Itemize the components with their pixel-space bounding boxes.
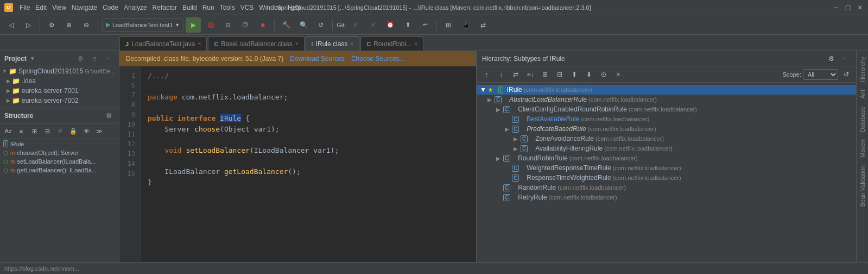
struct-expand-button[interactable]: ⊞ [28, 125, 40, 137]
hierarchy-zone-item[interactable]: ▶ C ZoneAvoidanceRule (com.netflix.loadb… [477, 134, 856, 144]
menu-file[interactable]: File [20, 4, 30, 11]
structure-settings-button[interactable]: ⚙ [103, 110, 115, 122]
hierarchy-responsetime-item[interactable]: C ResponseTimeWeightedRule (com.netflix.… [477, 173, 856, 183]
download-sources-link[interactable]: Download Sources [290, 55, 345, 63]
settings-button[interactable]: ⚙ [44, 17, 59, 33]
hierarchy-close-tree-button[interactable]: × [612, 68, 625, 81]
hierarchy-sort-button[interactable]: ≡↓ [524, 68, 537, 81]
hierarchy-navigate-down-button[interactable]: ⬇ [582, 68, 595, 81]
code-content[interactable]: /.../ package com.netflix.loadbalancer; … [141, 66, 476, 274]
struct-getloadbalancer-item[interactable]: ⬡ m getLoadBalancer(): ILoadBa... [0, 166, 119, 175]
choose-sources-link[interactable]: Choose Sources... [351, 55, 405, 63]
struct-sort-alpha-button[interactable]: Az [2, 125, 14, 137]
project-eureka7002-item[interactable]: ▶ 📁 eureka-server-7002 [0, 96, 119, 105]
forward-button[interactable]: ▷ [21, 17, 36, 33]
search-button[interactable]: 🔍 [296, 17, 311, 33]
tab-loadbalancetest[interactable]: J LoadBalanceTest.java × [119, 36, 207, 51]
project-expand-button[interactable]: ≡ [88, 53, 100, 65]
strip-bean-validation[interactable]: Bean Validation [858, 162, 867, 210]
git-commit-button[interactable]: ✓ [348, 17, 363, 33]
menu-vcs[interactable]: VCS [240, 4, 254, 11]
git-undo-button[interactable]: ↩ [417, 17, 433, 33]
run-button[interactable]: ▶ [186, 17, 201, 33]
menu-tools[interactable]: Tools [220, 4, 235, 11]
struct-filter-button[interactable]: 👁 [80, 125, 92, 137]
tab-irule-close[interactable]: × [350, 41, 353, 47]
terminal-button[interactable]: ⊞ [441, 17, 456, 33]
run-config-selector[interactable]: ▶ LoadBalanceTest.test1 ▼ [102, 18, 183, 32]
project-idea-item[interactable]: ▶ 📁 .idea [0, 76, 119, 86]
hierarchy-close-button[interactable]: − [839, 53, 851, 65]
strip-ant[interactable]: Ant [858, 86, 867, 102]
back-button[interactable]: ◁ [3, 17, 18, 33]
menu-code[interactable]: Code [103, 4, 118, 11]
minimize-button[interactable]: − [832, 4, 840, 11]
hierarchy-random-item[interactable]: C RandomRule (com.netflix.loadbalancer) [477, 183, 856, 192]
hierarchy-clientconfig-item[interactable]: ▶ C ClientConfigEnabledRoundRobinRule (c… [477, 104, 856, 114]
hierarchy-target-button[interactable]: ⊙ [597, 68, 610, 81]
maximize-button[interactable]: □ [844, 4, 852, 11]
hierarchy-irule-item[interactable]: ▼ ★ I IRule (com.netflix.loadbalancer) [477, 85, 856, 95]
project-dropdown-arrow[interactable]: ▼ [30, 55, 35, 61]
profile-button[interactable]: ⏱ [238, 17, 253, 33]
hierarchy-abstract-item[interactable]: ▶ C AbstractLoadBalancerRule (com.netfli… [477, 95, 856, 104]
strip-database[interactable]: Database [858, 103, 867, 135]
device-button[interactable]: 📱 [458, 17, 473, 33]
hierarchy-retry-item[interactable]: C RetryRule (com.netflix.loadbalancer) [477, 192, 856, 202]
close-button[interactable]: × [856, 4, 864, 11]
struct-more-button[interactable]: ≫ [93, 125, 105, 137]
menu-run[interactable]: Run [202, 4, 214, 11]
tab-baseloadbalancer[interactable]: C BaseLoadBalancer.class × [208, 36, 304, 51]
menu-refactor[interactable]: Refactor [153, 4, 177, 11]
tab-roundrobin[interactable]: C RoundRobi... × [360, 36, 423, 51]
project-pin-button[interactable]: − [103, 53, 115, 65]
hierarchy-settings-button[interactable]: ⚙ [828, 55, 834, 63]
git-push-button[interactable]: ⬆ [400, 17, 415, 33]
struct-sort-type-button[interactable]: ≡ [15, 125, 27, 137]
tab-baseloadbalancer-close[interactable]: × [295, 41, 299, 47]
struct-public-button[interactable]: P [54, 125, 66, 137]
hierarchy-bestavailable-item[interactable]: C BestAvailableRule (com.netflix.loadbal… [477, 114, 856, 124]
scope-selector[interactable]: All Project [803, 69, 838, 80]
project-eureka7001-item[interactable]: ▶ 📁 eureka-server-7001 [0, 86, 119, 96]
stop-button[interactable]: ■ [255, 17, 270, 33]
strip-maven[interactable]: Maven [858, 136, 867, 161]
build-button[interactable]: 🔨 [278, 17, 294, 33]
hierarchy-weighted-item[interactable]: C WeightedResponseTimeRule (com.netflix.… [477, 163, 856, 173]
project-root-item[interactable]: ▼ 📁 SpringCloud20191015 G:\softDe... [0, 66, 119, 76]
hierarchy-expand-button[interactable]: ⊞ [538, 68, 552, 81]
menu-build[interactable]: Build [182, 4, 197, 11]
hierarchy-availability-item[interactable]: ▶ C AvailabilityFilteringRule (com.netfl… [477, 144, 856, 153]
debug-button[interactable]: 🐞 [203, 17, 218, 33]
hierarchy-callers-button[interactable]: ⇄ [509, 68, 522, 81]
hierarchy-collapse-button[interactable]: ⊟ [553, 68, 566, 81]
hierarchy-roundrobin-item[interactable]: ▶ C RoundRobinRule (com.netflix.loadbala… [477, 153, 856, 163]
struct-setloadbalancer-item[interactable]: ⬡ m setLoadBalancer(ILoadBala... [0, 157, 119, 166]
hierarchy-refresh-button[interactable]: ↺ [840, 68, 853, 81]
sync-button[interactable]: ⇄ [476, 17, 491, 33]
hierarchy-navigate-up-button[interactable]: ⬆ [568, 68, 581, 81]
git-update-button[interactable]: ✓ [365, 17, 381, 33]
menu-navigate[interactable]: Navigate [72, 4, 97, 11]
eureka7001-folder-icon: 📁 [12, 87, 20, 95]
project-settings-button[interactable]: ⚙ [74, 53, 86, 65]
strip-hierarchy[interactable]: Hierarchy [858, 53, 867, 85]
struct-choose-item[interactable]: ⬡ m choose(Object): Server [0, 148, 119, 157]
tab-loadbalancetest-close[interactable]: × [198, 41, 201, 47]
add-module-button[interactable]: ⊕ [61, 17, 77, 33]
subtract-button[interactable]: ⊖ [79, 17, 94, 33]
tab-roundrobin-close[interactable]: × [414, 41, 417, 47]
hierarchy-predicate-item[interactable]: ▶ C PredicateBasedRule (com.netflix.load… [477, 124, 856, 134]
git-history-button[interactable]: ⏰ [383, 17, 398, 33]
menu-edit[interactable]: Edit [35, 4, 47, 11]
tab-irule[interactable]: I IRule.class × [306, 36, 360, 51]
hierarchy-subtypes-button[interactable]: ↓ [495, 68, 508, 81]
struct-icon-button[interactable]: 🔒 [67, 125, 79, 137]
menu-analyze[interactable]: Analyze [124, 4, 147, 11]
reload-button[interactable]: ↺ [313, 17, 328, 33]
struct-irule-item[interactable]: I IRule [0, 139, 119, 148]
struct-collapse-button[interactable]: ⊟ [41, 125, 53, 137]
coverage-button[interactable]: ⊙ [220, 17, 236, 33]
hierarchy-supertypes-button[interactable]: ↑ [480, 68, 493, 81]
menu-view[interactable]: View [52, 4, 66, 11]
